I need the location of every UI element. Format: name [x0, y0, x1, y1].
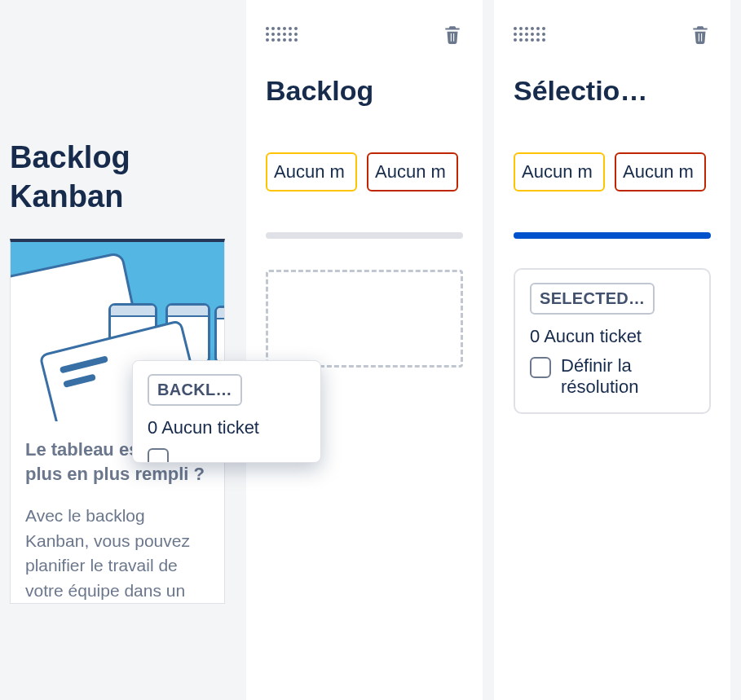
- board: Backlog Aucun m Aucun m Sélectio… Aucun …: [246, 0, 730, 700]
- status-drop-zone[interactable]: [266, 270, 463, 368]
- status-badge: BACKL…: [148, 374, 242, 406]
- status-badge: SELECTED…: [530, 283, 655, 315]
- column-backlog: Backlog Aucun m Aucun m: [246, 0, 483, 700]
- column-selected: Sélectio… Aucun m Aucun m SELECTED… 0 Au…: [494, 0, 730, 700]
- dragging-status-card[interactable]: BACKL… 0 Aucun ticket: [132, 360, 321, 463]
- sidebar: Backlog Kanban Le tableau est de plus en…: [0, 0, 241, 700]
- status-ticket-count: 0 Aucun ticket: [148, 417, 306, 438]
- sidebar-title: Backlog Kanban: [10, 139, 232, 216]
- drag-handle-icon[interactable]: [514, 27, 545, 42]
- constraint-max-lozenge[interactable]: Aucun m: [615, 152, 706, 192]
- illustration-board: [214, 306, 224, 364]
- column-title[interactable]: Sélectio…: [514, 75, 711, 107]
- status-card[interactable]: SELECTED… 0 Aucun ticket Définir la réso…: [514, 268, 711, 414]
- constraint-min-lozenge[interactable]: Aucun m: [514, 152, 605, 192]
- column-progress: [266, 232, 463, 239]
- set-resolution-checkbox[interactable]: [530, 357, 551, 378]
- promo-body-text: Avec le backlog Kanban, vous pouvez plan…: [25, 504, 210, 603]
- drag-handle-icon[interactable]: [266, 27, 298, 42]
- trash-icon[interactable]: [442, 24, 463, 45]
- column-progress: [514, 232, 711, 239]
- trash-icon[interactable]: [690, 24, 711, 45]
- constraint-min-lozenge[interactable]: Aucun m: [266, 152, 357, 192]
- status-ticket-count: 0 Aucun ticket: [530, 326, 695, 347]
- set-resolution-checkbox[interactable]: [148, 448, 169, 463]
- column-title[interactable]: Backlog: [266, 75, 463, 107]
- set-resolution-label: Définir la résolution: [561, 355, 695, 398]
- constraint-max-lozenge[interactable]: Aucun m: [367, 152, 458, 192]
